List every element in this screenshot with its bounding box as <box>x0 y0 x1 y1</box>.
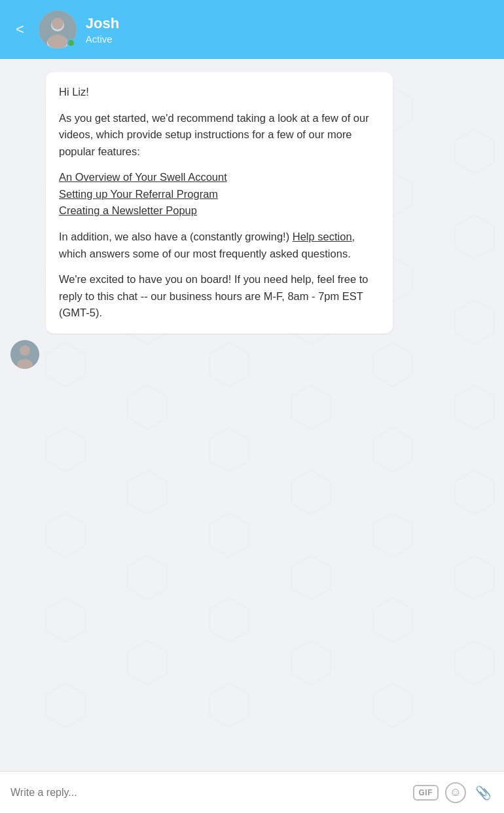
emoji-icon: ☺ <box>450 785 461 799</box>
svg-marker-11 <box>46 598 85 642</box>
svg-marker-48 <box>455 556 494 599</box>
svg-point-3 <box>52 18 63 29</box>
svg-marker-17 <box>128 470 167 514</box>
input-actions: GIF ☺ 📎 <box>413 782 494 803</box>
reply-input[interactable] <box>10 787 405 799</box>
svg-marker-10 <box>46 513 85 557</box>
svg-marker-49 <box>455 641 494 685</box>
svg-marker-27 <box>209 683 249 727</box>
agent-name: Josh <box>86 15 119 32</box>
link-referral-program[interactable]: Setting up Your Referral Program <box>59 188 218 200</box>
svg-marker-18 <box>128 556 167 599</box>
svg-marker-9 <box>46 428 85 472</box>
svg-marker-24 <box>209 428 249 472</box>
help-text: In addition, we also have a (constantly … <box>59 229 380 262</box>
reply-input-area: GIF ☺ 📎 <box>0 771 504 813</box>
svg-point-51 <box>20 345 30 356</box>
online-indicator <box>67 39 75 47</box>
svg-marker-42 <box>373 683 412 727</box>
emoji-button[interactable]: ☺ <box>445 782 466 803</box>
agent-avatar-small <box>10 340 39 369</box>
link-swell-account[interactable]: An Overview of Your Swell Account <box>59 171 227 183</box>
svg-marker-33 <box>291 556 331 599</box>
chat-header: < Josh Active <box>0 0 504 59</box>
help-section-link[interactable]: Help section <box>293 231 352 242</box>
attach-button[interactable]: 📎 <box>473 782 494 803</box>
svg-marker-40 <box>373 513 412 557</box>
svg-marker-16 <box>128 385 167 429</box>
svg-point-4 <box>48 35 67 48</box>
svg-marker-25 <box>209 513 249 557</box>
help-pre-text: In addition, we also have a (constantly … <box>59 231 293 242</box>
svg-marker-26 <box>209 598 249 642</box>
svg-marker-12 <box>46 683 85 727</box>
svg-marker-32 <box>291 470 331 514</box>
closing-text: We're excited to have you on board! If y… <box>59 271 380 322</box>
message-list: Hi Liz! As you get started, we'd recomme… <box>0 59 504 382</box>
back-button[interactable]: < <box>10 18 29 41</box>
svg-marker-41 <box>373 598 412 642</box>
chat-area: Hi Liz! As you get started, we'd recomme… <box>0 59 504 771</box>
link-newsletter-popup[interactable]: Creating a Newsletter Popup <box>59 204 197 216</box>
svg-marker-47 <box>455 470 494 514</box>
intro-text: As you get started, we'd recommend takin… <box>59 110 380 161</box>
svg-marker-46 <box>455 385 494 429</box>
links-text: An Overview of Your Swell Account Settin… <box>59 169 380 219</box>
agent-message-row: Hi Liz! As you get started, we'd recomme… <box>10 72 494 333</box>
message-bubble: Hi Liz! As you get started, we'd recomme… <box>46 72 393 333</box>
greeting-text: Hi Liz! <box>59 84 380 101</box>
svg-marker-34 <box>291 641 331 685</box>
agent-avatar-row <box>10 340 494 369</box>
svg-marker-39 <box>373 428 412 472</box>
agent-avatar-wrapper <box>39 10 77 48</box>
paperclip-icon: 📎 <box>475 785 492 801</box>
svg-marker-19 <box>128 641 167 685</box>
agent-status: Active <box>86 33 119 45</box>
svg-marker-31 <box>291 385 331 429</box>
gif-button[interactable]: GIF <box>413 785 439 801</box>
header-info: Josh Active <box>86 15 119 45</box>
